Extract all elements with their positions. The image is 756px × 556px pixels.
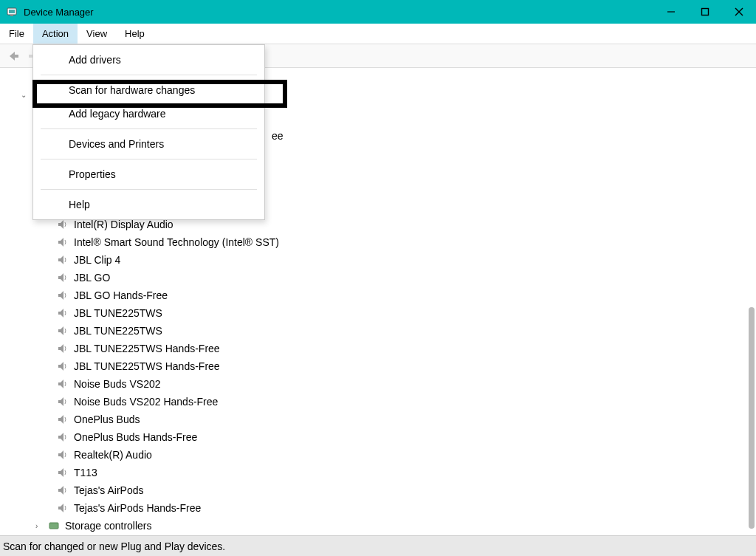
tree-device-item[interactable]: JBL GO xyxy=(15,269,741,286)
menu-separator xyxy=(41,128,257,129)
svg-rect-9 xyxy=(49,523,58,529)
device-label: JBL TUNE225TWS xyxy=(74,307,162,319)
statusbar-text: Scan for changed or new Plug and Play de… xyxy=(3,540,225,552)
minimize-button[interactable] xyxy=(654,0,688,24)
tree-device-item[interactable]: T113 xyxy=(15,464,741,481)
tree-device-item[interactable]: JBL Clip 4 xyxy=(15,251,741,269)
window-controls xyxy=(654,0,756,24)
speaker-icon xyxy=(56,360,69,373)
speaker-icon xyxy=(56,342,69,355)
device-label: Tejas's AirPods Hands-Free xyxy=(74,502,201,514)
menu-separator xyxy=(41,189,257,190)
tree-device-item[interactable]: JBL TUNE225TWS xyxy=(15,304,741,322)
device-label: JBL GO Hands-Free xyxy=(74,289,168,301)
device-label: Tejas's AirPods xyxy=(74,484,144,496)
svg-rect-7 xyxy=(14,55,18,58)
tree-device-item[interactable]: Noise Buds VS202 xyxy=(15,375,741,393)
tree-device-item[interactable]: Realtek(R) Audio xyxy=(15,446,741,464)
svg-rect-4 xyxy=(702,9,709,16)
speaker-icon xyxy=(56,253,69,267)
speaker-icon xyxy=(56,484,69,497)
controller-icon xyxy=(47,519,61,532)
device-label: Noise Buds VS202 Hands-Free xyxy=(74,396,218,408)
action-menu-item[interactable]: Devices and Printers xyxy=(33,132,264,156)
device-label: JBL TUNE225TWS Hands-Free xyxy=(74,343,220,354)
close-button[interactable] xyxy=(722,0,756,24)
device-label: Intel® Smart Sound Technology (Intel® SS… xyxy=(74,236,279,248)
menubar: FileActionViewHelp xyxy=(0,24,756,44)
chevron-right-icon: › xyxy=(35,522,44,530)
scrollbar-thumb[interactable] xyxy=(749,307,755,529)
device-label: JBL Clip 4 xyxy=(74,254,120,266)
speaker-icon xyxy=(56,289,69,302)
device-label: JBL GO xyxy=(74,272,110,284)
tree-device-item[interactable]: Tejas's AirPods xyxy=(15,481,741,499)
device-label: Noise Buds VS202 xyxy=(74,378,161,390)
device-label: Realtek(R) Audio xyxy=(74,449,152,461)
device-label: OnePlus Buds Hands-Free xyxy=(74,431,197,443)
tree-device-item[interactable]: OnePlus Buds xyxy=(15,411,741,428)
speaker-icon xyxy=(56,324,69,337)
speaker-icon xyxy=(56,448,69,461)
device-label: Intel(R) Display Audio xyxy=(74,219,173,230)
window-title: Device Manager xyxy=(24,7,654,18)
speaker-icon xyxy=(56,377,69,391)
category-label: Storage controllers xyxy=(65,520,152,532)
tree-device-item[interactable]: Tejas's AirPods Hands-Free xyxy=(15,499,741,517)
device-label: JBL TUNE225TWS Hands-Free xyxy=(74,360,220,372)
tree-device-item[interactable]: JBL TUNE225TWS Hands-Free xyxy=(15,340,741,357)
speaker-icon xyxy=(56,306,69,320)
action-menu-item[interactable]: Add drivers xyxy=(33,48,264,72)
speaker-icon xyxy=(56,430,69,444)
statusbar: Scan for changed or new Plug and Play de… xyxy=(0,535,756,556)
tree-device-item[interactable]: JBL TUNE225TWS xyxy=(15,322,741,340)
speaker-icon xyxy=(56,395,69,408)
action-menu-item[interactable]: Help xyxy=(33,193,264,216)
menu-separator xyxy=(41,75,257,75)
speaker-icon xyxy=(56,501,69,515)
menu-view[interactable]: View xyxy=(78,24,116,44)
menu-file[interactable]: File xyxy=(0,24,33,44)
action-menu-item[interactable]: Properties xyxy=(33,162,264,186)
device-label: OnePlus Buds xyxy=(74,413,140,425)
tree-device-item[interactable]: Intel® Smart Sound Technology (Intel® SS… xyxy=(15,233,741,251)
device-label: JBL TUNE225TWS xyxy=(74,325,162,337)
tree-device-item[interactable]: JBL TUNE225TWS Hands-Free xyxy=(15,357,741,375)
menu-separator xyxy=(41,159,257,159)
menu-help[interactable]: Help xyxy=(116,24,154,44)
svg-rect-2 xyxy=(10,15,13,16)
action-menu-item[interactable]: Scan for hardware changes xyxy=(33,78,264,102)
tree-device-item[interactable]: OnePlus Buds Hands-Free xyxy=(15,428,741,446)
svg-rect-1 xyxy=(9,10,15,13)
action-menu-item[interactable]: Add legacy hardware xyxy=(33,102,264,126)
chevron-down-icon: ⌄ xyxy=(21,91,30,99)
action-menu: Add driversScan for hardware changesAdd … xyxy=(32,44,265,220)
speaker-icon xyxy=(56,413,69,426)
speaker-icon xyxy=(56,271,69,284)
speaker-icon xyxy=(56,466,69,479)
tree-device-item[interactable]: Noise Buds VS202 Hands-Free xyxy=(15,393,741,411)
tree-device-item[interactable]: JBL GO Hands-Free xyxy=(15,286,741,304)
tree-root-chevron[interactable]: ⌄ xyxy=(15,86,32,103)
back-button[interactable] xyxy=(4,47,22,65)
device-label: T113 xyxy=(74,467,97,478)
titlebar: Device Manager xyxy=(0,0,756,24)
tree-category-item[interactable]: ›Storage controllers xyxy=(15,517,741,535)
app-icon xyxy=(6,6,18,18)
maximize-button[interactable] xyxy=(688,0,722,24)
menu-action[interactable]: Action xyxy=(33,24,78,44)
speaker-icon xyxy=(56,236,69,249)
